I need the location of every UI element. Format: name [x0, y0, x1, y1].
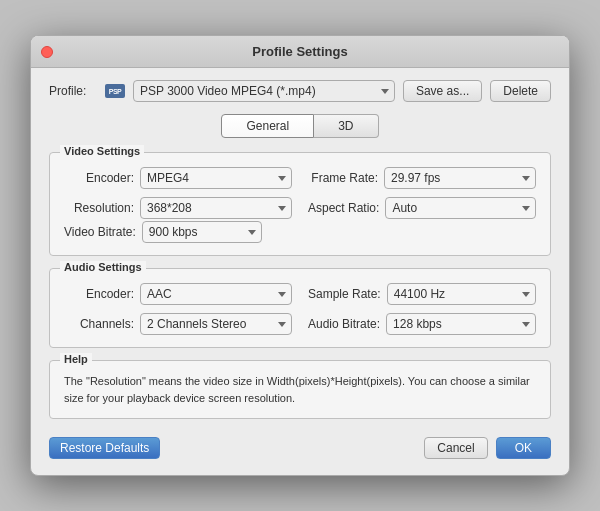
channels-row: Channels: 2 Channels Stereo	[64, 313, 292, 335]
audio-bitrate-select[interactable]: 128 kbps	[386, 313, 536, 335]
aspect-ratio-label: Aspect Ratio:	[308, 201, 379, 215]
profile-row: Profile: PSP PSP 3000 Video MPEG4 (*.mp4…	[49, 80, 551, 102]
aspect-ratio-select[interactable]: Auto	[385, 197, 536, 219]
encoder-select[interactable]: MPEG4	[140, 167, 292, 189]
close-button[interactable]	[41, 46, 53, 58]
restore-defaults-button[interactable]: Restore Defaults	[49, 437, 160, 459]
tab-3d[interactable]: 3D	[314, 114, 378, 138]
sample-rate-label: Sample Rate:	[308, 287, 381, 301]
audio-encoder-select[interactable]: AAC	[140, 283, 292, 305]
tab-general[interactable]: General	[221, 114, 314, 138]
title-bar: Profile Settings	[31, 36, 569, 68]
sample-rate-row: Sample Rate: 44100 Hz	[308, 283, 536, 305]
audio-bitrate-row: Audio Bitrate: 128 kbps	[308, 313, 536, 335]
resolution-label: Resolution:	[64, 201, 134, 215]
delete-button[interactable]: Delete	[490, 80, 551, 102]
profile-icon: PSP	[105, 84, 125, 98]
help-text: The "Resolution" means the video size in…	[64, 373, 536, 406]
frame-rate-select[interactable]: 29.97 fps	[384, 167, 536, 189]
ok-button[interactable]: OK	[496, 437, 551, 459]
cancel-button[interactable]: Cancel	[424, 437, 487, 459]
frame-rate-row: Frame Rate: 29.97 fps	[308, 167, 536, 189]
video-bitrate-select[interactable]: 900 kbps	[142, 221, 262, 243]
save-as-button[interactable]: Save as...	[403, 80, 482, 102]
video-settings-title: Video Settings	[60, 145, 144, 157]
audio-encoder-label: Encoder:	[64, 287, 134, 301]
dialog-window: Profile Settings Profile: PSP PSP 3000 V…	[30, 35, 570, 476]
channels-label: Channels:	[64, 317, 134, 331]
profile-select[interactable]: PSP 3000 Video MPEG4 (*.mp4)	[133, 80, 395, 102]
encoder-label: Encoder:	[64, 171, 134, 185]
dialog-content: Profile: PSP PSP 3000 Video MPEG4 (*.mp4…	[31, 68, 569, 475]
help-title: Help	[60, 353, 92, 365]
encoder-row: Encoder: MPEG4	[64, 167, 292, 189]
footer: Restore Defaults Cancel OK	[49, 433, 551, 461]
audio-settings-title: Audio Settings	[60, 261, 146, 273]
audio-settings-section: Audio Settings Encoder: AAC Sample Rate:…	[49, 268, 551, 348]
resolution-select[interactable]: 368*208	[140, 197, 292, 219]
video-settings-grid: Encoder: MPEG4 Frame Rate: 29.97 fps Res…	[64, 167, 536, 219]
video-bitrate-label: Video Bitrate:	[64, 225, 136, 239]
resolution-row: Resolution: 368*208	[64, 197, 292, 219]
audio-encoder-row: Encoder: AAC	[64, 283, 292, 305]
video-settings-section: Video Settings Encoder: MPEG4 Frame Rate…	[49, 152, 551, 256]
audio-bitrate-label: Audio Bitrate:	[308, 317, 380, 331]
footer-right: Cancel OK	[424, 437, 551, 459]
channels-select[interactable]: 2 Channels Stereo	[140, 313, 292, 335]
window-title: Profile Settings	[252, 44, 347, 59]
sample-rate-select[interactable]: 44100 Hz	[387, 283, 536, 305]
tabs-row: General 3D	[49, 114, 551, 138]
frame-rate-label: Frame Rate:	[308, 171, 378, 185]
profile-label: Profile:	[49, 84, 97, 98]
aspect-ratio-row: Aspect Ratio: Auto	[308, 197, 536, 219]
help-section: Help The "Resolution" means the video si…	[49, 360, 551, 419]
video-bitrate-row: Video Bitrate: 900 kbps	[64, 221, 536, 243]
audio-settings-grid: Encoder: AAC Sample Rate: 44100 Hz Chann…	[64, 283, 536, 335]
